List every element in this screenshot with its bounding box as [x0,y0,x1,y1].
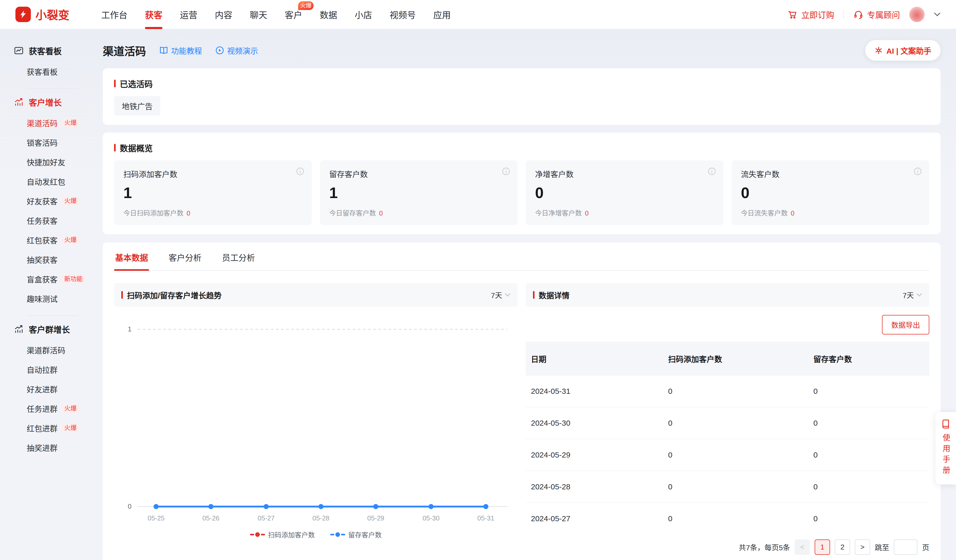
stat-churned: 流失客户数 0 今日流失客户数0 [732,160,929,225]
svg-text:1: 1 [128,325,131,333]
sidebar-item-auto-red-packet[interactable]: 自动发红包 [27,172,103,191]
table-row: 2024-05-29 0 0 [526,439,929,471]
page-2-button[interactable]: 2 [835,540,850,555]
sidebar-item-task-join-group[interactable]: 任务进群 火爆 [27,399,103,418]
stat-retained: 留存客户数 1 今日留存客户数0 [320,160,517,225]
chevron-down-icon[interactable] [934,13,940,16]
nav-item-operation[interactable]: 运营 [180,0,197,29]
tab-staff-analysis[interactable]: 员工分析 [221,243,256,270]
detail-panel: 数据详情 7天 数据导出 [526,283,929,557]
next-page-button[interactable]: > [855,540,870,555]
sidebar-item-quick-add-friend[interactable]: 快捷加好友 [27,152,103,172]
stat-cards: 扫码添加客户数 1 今日扫码添加客户数0 留存客户数 1 今日留存客户数 [114,160,929,225]
nav-item-shop[interactable]: 小店 [355,0,372,29]
sidebar-item-task-acquisition[interactable]: 任务获客 [27,211,103,230]
jump-label: 跳至 [875,542,889,552]
svg-text:05-30: 05-30 [423,515,439,522]
legend-retained[interactable]: 留存客户数 [330,530,382,539]
order-now-button[interactable]: 立即订购 [788,8,834,20]
table-row: 2024-05-30 0 0 [526,407,929,439]
nav-item-acquisition[interactable]: 获客 [145,0,162,29]
pagination: 共7条，每页5条 < 1 2 > 跳至 页 [526,534,929,557]
hot-badge: 火爆 [62,235,79,244]
hot-badge: 火爆 [62,404,79,413]
nav-item-apps[interactable]: 应用 [433,0,451,29]
brand-logo[interactable]: 小裂变 [16,6,69,23]
brand-name: 小裂变 [35,6,69,23]
sidebar-section-group-growth[interactable]: 客户群增长 [14,323,103,335]
sidebar-item-redpacket-acquisition[interactable]: 红包获客 火爆 [27,230,103,250]
detail-range-select[interactable]: 7天 [903,290,922,300]
info-icon[interactable] [914,168,921,175]
page-1-button[interactable]: 1 [814,540,830,555]
growth-arrow-icon [14,97,24,107]
sidebar-section-customer-growth[interactable]: 客户增长 [14,96,103,108]
tab-basic-data[interactable]: 基本数据 [114,243,149,270]
nav-item-content[interactable]: 内容 [215,0,232,29]
sidebar-item-lottery-acquisition[interactable]: 抽奖获客 [27,250,103,269]
book-icon [159,47,168,54]
nav-item-customer[interactable]: 客户 火爆 [285,0,302,29]
nav-item-video-account[interactable]: 视频号 [390,0,416,29]
info-icon[interactable] [708,168,716,175]
table-header-row: 日期 扫码添加客户数 留存客户数 [526,342,929,376]
sidebar-item-redpacket-join-group[interactable]: 红包进群 火爆 [27,418,103,438]
sidebar-item-friend-join-group[interactable]: 好友进群 [27,379,103,399]
info-icon[interactable] [502,168,510,175]
tab-bar: 基本数据 客户分析 员工分析 [114,243,929,271]
jump-page-input[interactable] [894,540,917,555]
trend-panel-header: 扫码添加/留存客户增长趋势 7天 [114,283,517,307]
topbar-right: 立即订购 专属顾问 [788,7,940,22]
nav-item-data[interactable]: 数据 [320,0,337,29]
analytics-card: 基本数据 客户分析 员工分析 扫码添加/留存客户增长趋势 7天 [103,243,940,560]
advisor-button[interactable]: 专属顾问 [853,8,900,20]
trend-chart: 1 0 [114,307,517,539]
sidebar-item-friend-acquisition[interactable]: 好友获客 火爆 [27,191,103,211]
selected-code-tag[interactable]: 地铁广告 [114,96,160,116]
nav-item-chat[interactable]: 聊天 [250,0,267,29]
legend-scan-add[interactable]: 扫码添加客户数 [250,530,315,539]
export-data-button[interactable]: 数据导出 [882,315,929,334]
video-demo-link[interactable]: 视频演示 [215,45,258,56]
ai-flower-icon [874,46,883,55]
new-feature-badge: 新功能 [62,275,85,283]
sidebar-section-dashboard[interactable]: 获客看板 [14,45,103,56]
svg-text:0: 0 [128,503,131,510]
table-row: 2024-05-27 0 0 [526,503,929,534]
sidebar-item-lottery-join-group[interactable]: 抽奖进群 [27,438,103,457]
nav-item-workbench[interactable]: 工作台 [101,0,127,29]
sidebar-item-blindbox-acquisition[interactable]: 盲盒获客 新功能 [27,269,103,289]
sidebar-item-acquisition-dashboard[interactable]: 获客看板 [27,62,103,81]
divider [843,10,844,19]
ai-copywriter-button[interactable]: AI | 文案助手 [865,40,940,61]
sidebar-item-channel-group-code[interactable]: 渠道群活码 [27,340,103,360]
divider [27,315,78,316]
trend-range-select[interactable]: 7天 [491,290,510,300]
pagination-summary: 共7条，每页5条 [739,542,790,552]
prev-page-button[interactable]: < [795,540,810,555]
detail-table: 日期 扫码添加客户数 留存客户数 2024-05-31 0 0 [526,342,929,534]
selected-code-card: 已选活码 地铁广告 [103,68,940,125]
user-avatar[interactable] [909,7,925,22]
sidebar: 获客看板 获客看板 客户增长 渠道活码 火爆 锁客活码 快捷加好友 自动发红包 [0,29,103,467]
svg-text:05-28: 05-28 [313,515,329,522]
svg-text:05-27: 05-27 [258,515,275,522]
tab-customer-analysis[interactable]: 客户分析 [168,243,203,270]
hot-badge: 火爆 [62,118,79,127]
sidebar-item-channel-live-code[interactable]: 渠道活码 火爆 [27,113,103,133]
info-icon[interactable] [296,168,304,175]
user-manual-tab[interactable]: 使用手册 [936,412,956,485]
red-accent-bar [533,291,535,299]
app-root: 小裂变 工作台 获客 运营 内容 聊天 客户 火爆 数据 小店 视频号 应用 立… [0,0,956,560]
table-row: 2024-05-28 0 0 [526,471,929,503]
red-series-marker [250,532,265,537]
sidebar-item-lock-customer-code[interactable]: 锁客活码 [27,133,103,152]
selected-code-title: 已选活码 [114,78,929,89]
sidebar-item-auto-group[interactable]: 自动拉群 [27,360,103,379]
headset-icon [853,9,863,19]
main-content: 渠道活码 功能教程 视频演示 AI | [103,29,956,560]
stat-scan-add: 扫码添加客户数 1 今日扫码添加客户数0 [114,160,312,225]
hot-badge: 火爆 [62,424,79,432]
sidebar-item-fun-test[interactable]: 趣味测试 [27,289,103,308]
tutorial-link[interactable]: 功能教程 [159,45,202,56]
